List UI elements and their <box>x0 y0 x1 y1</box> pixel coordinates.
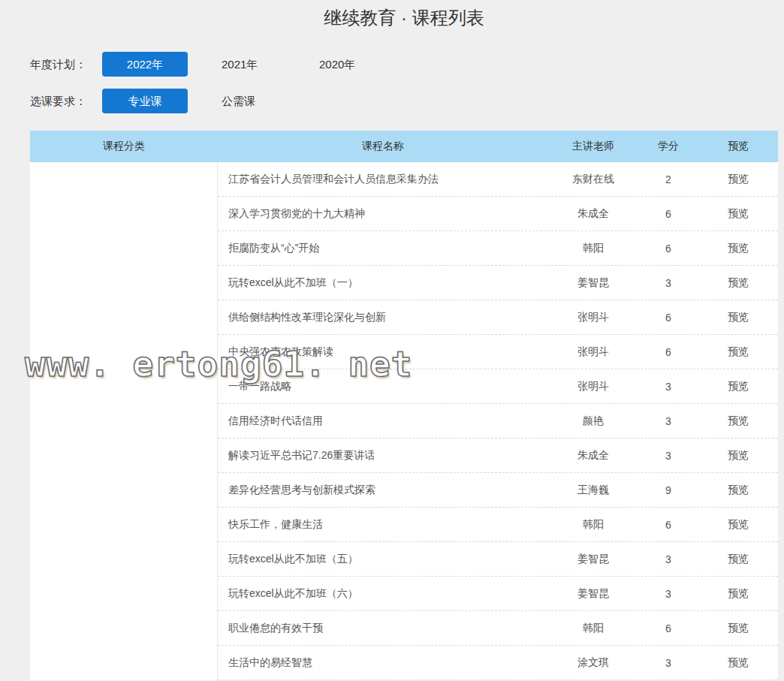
preview-link[interactable]: 预览 <box>698 484 778 497</box>
table-row: 信用经济时代话信用颜艳3预览 <box>218 404 778 438</box>
filter-option-1-0[interactable]: 专业课 <box>102 89 188 113</box>
table-row: 职业倦怠的有效干预韩阳6预览 <box>218 611 778 646</box>
credits-cell: 6 <box>638 312 698 324</box>
credits-cell: 3 <box>638 415 698 427</box>
course-name-cell: 江苏省会计人员管理和会计人员信息采集办法 <box>218 173 548 186</box>
preview-link[interactable]: 预览 <box>698 173 778 186</box>
teacher-cell: 王海巍 <box>548 484 638 497</box>
course-name-cell: 深入学习贯彻党的十九大精神 <box>218 207 548 221</box>
category-column-empty-cell <box>30 162 218 680</box>
filter-option-0-2[interactable]: 2020年 <box>319 52 383 77</box>
teacher-cell: 朱成全 <box>548 207 638 221</box>
table-row: 差异化经营思考与创新模式探索王海巍9预览 <box>218 473 778 508</box>
preview-link[interactable]: 预览 <box>698 311 778 324</box>
table-row: 玩转excel从此不加班（五）姜智昆3预览 <box>218 542 778 577</box>
credits-cell: 9 <box>638 484 698 496</box>
course-table: 课程分类 课程名称 主讲老师 学分 预览 江苏省会计人员管理和会计人员信息采集办… <box>30 131 778 680</box>
credits-cell: 2 <box>638 173 698 185</box>
teacher-cell: 姜智昆 <box>548 553 638 566</box>
course-name-cell: 生活中的易经智慧 <box>218 656 548 670</box>
filter-option-0-1[interactable]: 2021年 <box>222 52 285 77</box>
credits-cell: 6 <box>638 622 698 634</box>
filter-section: 年度计划： 2022年2021年2020年 选课要求： 专业课公需课 <box>30 52 778 113</box>
course-name-cell: 信用经济时代话信用 <box>218 414 548 428</box>
preview-link[interactable]: 预览 <box>698 656 778 670</box>
preview-link[interactable]: 预览 <box>698 414 778 428</box>
table-row: 生活中的易经智慧涂文琪3预览 <box>218 646 778 680</box>
table-row: 玩转excel从此不加班（六）姜智昆3预览 <box>218 577 778 611</box>
table-row: 深入学习贯彻党的十九大精神朱成全6预览 <box>218 197 778 231</box>
year-plan-options: 2022年2021年2020年 <box>102 52 383 77</box>
page-title: 继续教育 · 课程列表 <box>30 6 778 30</box>
filter-label-year-plan: 年度计划： <box>30 52 102 77</box>
teacher-cell: 张明斗 <box>548 345 638 359</box>
table-header-row: 课程分类 课程名称 主讲老师 学分 预览 <box>30 131 778 162</box>
teacher-cell: 张明斗 <box>548 380 638 393</box>
preview-link[interactable]: 预览 <box>698 207 778 221</box>
table-row: 一带一路战略张明斗3预览 <box>218 369 778 404</box>
preview-link[interactable]: 预览 <box>698 622 778 635</box>
teacher-cell: 涂文琪 <box>548 656 638 670</box>
credits-cell: 3 <box>638 553 698 565</box>
credits-cell: 6 <box>638 519 698 531</box>
course-name-cell: 解读习近平总书记7.26重要讲话 <box>218 449 548 463</box>
table-row: 拒腐防变从“心”开始韩阳6预览 <box>218 231 778 266</box>
table-row: 江苏省会计人员管理和会计人员信息采集办法东财在线2预览 <box>218 162 778 197</box>
course-name-cell: 玩转excel从此不加班（六） <box>218 587 548 601</box>
header-preview: 预览 <box>698 140 778 153</box>
course-name-cell: 玩转excel从此不加班（五） <box>218 553 548 566</box>
credits-cell: 3 <box>638 277 698 289</box>
preview-link[interactable]: 预览 <box>698 518 778 532</box>
filter-row-year-plan: 年度计划： 2022年2021年2020年 <box>30 52 778 77</box>
header-credits: 学分 <box>638 140 698 153</box>
table-row: 解读习近平总书记7.26重要讲话朱成全3预览 <box>218 438 778 473</box>
filter-row-course-requirement: 选课要求： 专业课公需课 <box>30 89 778 113</box>
table-row: 中央强农惠农政策解读张明斗6预览 <box>218 335 778 369</box>
teacher-cell: 东财在线 <box>548 173 638 186</box>
course-name-cell: 一带一路战略 <box>218 380 548 393</box>
page: 继续教育 · 课程列表 年度计划： 2022年2021年2020年 选课要求： … <box>0 0 784 680</box>
table-body: 江苏省会计人员管理和会计人员信息采集办法东财在线2预览深入学习贯彻党的十九大精神… <box>30 162 778 680</box>
filter-label-course-requirement: 选课要求： <box>30 89 102 113</box>
teacher-cell: 张明斗 <box>548 311 638 324</box>
preview-link[interactable]: 预览 <box>698 553 778 566</box>
teacher-cell: 韩阳 <box>548 518 638 532</box>
credits-cell: 3 <box>638 588 698 600</box>
course-name-cell: 拒腐防变从“心”开始 <box>218 242 548 255</box>
teacher-cell: 姜智昆 <box>548 587 638 601</box>
credits-cell: 3 <box>638 450 698 462</box>
header-course-category: 课程分类 <box>30 140 218 153</box>
course-name-cell: 供给侧结构性改革理论深化与创新 <box>218 311 548 324</box>
filter-option-1-1[interactable]: 公需课 <box>222 89 285 113</box>
credits-cell: 3 <box>638 381 698 393</box>
preview-link[interactable]: 预览 <box>698 449 778 463</box>
preview-link[interactable]: 预览 <box>698 587 778 601</box>
header-teacher: 主讲老师 <box>548 140 638 153</box>
credits-cell: 3 <box>638 657 698 669</box>
credits-cell: 6 <box>638 243 698 255</box>
teacher-cell: 朱成全 <box>548 449 638 463</box>
table-rows-container: 江苏省会计人员管理和会计人员信息采集办法东财在线2预览深入学习贯彻党的十九大精神… <box>218 162 778 680</box>
course-requirement-options: 专业课公需课 <box>102 89 285 113</box>
preview-link[interactable]: 预览 <box>698 345 778 359</box>
table-row: 供给侧结构性改革理论深化与创新张明斗6预览 <box>218 300 778 335</box>
teacher-cell: 韩阳 <box>548 242 638 255</box>
teacher-cell: 颜艳 <box>548 414 638 428</box>
preview-link[interactable]: 预览 <box>698 380 778 393</box>
course-name-cell: 玩转excel从此不加班（一） <box>218 276 548 290</box>
credits-cell: 6 <box>638 346 698 358</box>
course-name-cell: 职业倦怠的有效干预 <box>218 622 548 635</box>
course-name-cell: 中央强农惠农政策解读 <box>218 345 548 359</box>
course-name-cell: 差异化经营思考与创新模式探索 <box>218 484 548 497</box>
teacher-cell: 姜智昆 <box>548 276 638 290</box>
table-row: 快乐工作，健康生活韩阳6预览 <box>218 508 778 542</box>
credits-cell: 6 <box>638 208 698 220</box>
table-row: 玩转excel从此不加班（一）姜智昆3预览 <box>218 266 778 300</box>
header-course-name: 课程名称 <box>218 140 548 153</box>
teacher-cell: 韩阳 <box>548 622 638 635</box>
course-name-cell: 快乐工作，健康生活 <box>218 518 548 532</box>
preview-link[interactable]: 预览 <box>698 276 778 290</box>
filter-option-0-0[interactable]: 2022年 <box>102 52 188 77</box>
preview-link[interactable]: 预览 <box>698 242 778 255</box>
